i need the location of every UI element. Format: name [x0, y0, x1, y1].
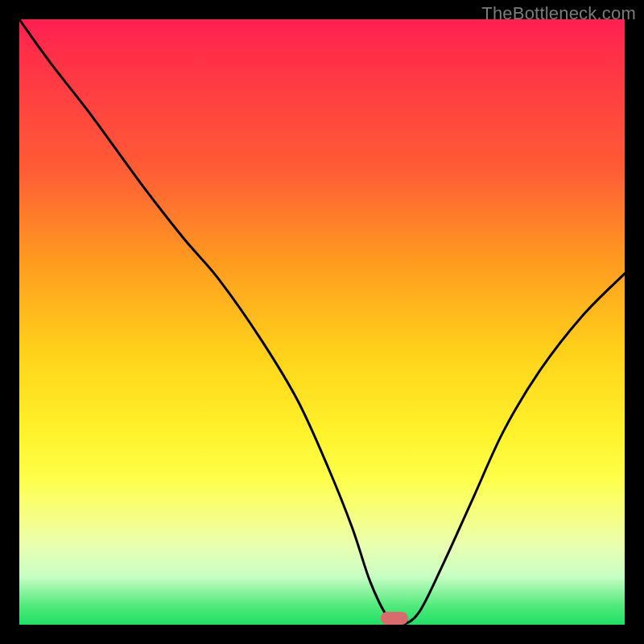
watermark-text: TheBottleneck.com — [481, 3, 636, 24]
min-marker — [381, 612, 408, 625]
bottleneck-curve — [19, 19, 625, 625]
plot-area — [19, 19, 625, 625]
chart-frame: TheBottleneck.com — [0, 0, 644, 644]
